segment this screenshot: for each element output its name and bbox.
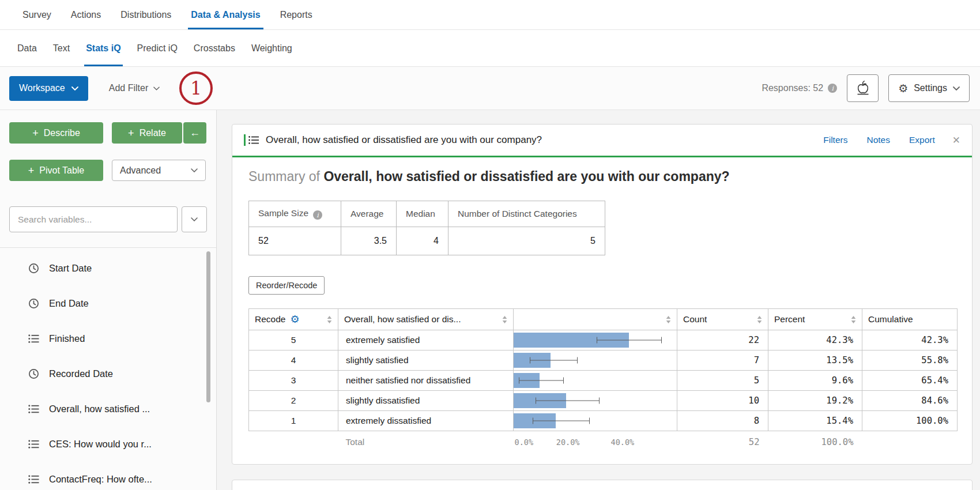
column-header-recode[interactable]: Recode ⚙ — [249, 309, 338, 330]
column-header-question[interactable]: Overall, how satisfied or dis... — [338, 309, 514, 330]
sidebar-scrollbar[interactable] — [206, 251, 210, 402]
total-percent: 100.0% — [768, 431, 862, 454]
responses-count: Responses: 52 i — [762, 83, 837, 93]
top-nav-item-data-analysis[interactable]: Data & Analysis — [181, 0, 270, 29]
variable-item-end-date[interactable]: End Date — [9, 286, 207, 321]
workspace-button[interactable]: Workspace — [9, 76, 88, 101]
variable-label: Recorded Date — [49, 368, 113, 379]
pivot-table-button-label: Pivot Table — [39, 165, 84, 176]
column-header-percent[interactable]: Percent — [768, 309, 862, 330]
top-nav-item-actions[interactable]: Actions — [61, 0, 111, 29]
plus-icon: + — [128, 128, 134, 138]
sub-nav-item-predict-iq[interactable]: Predict iQ — [129, 30, 186, 66]
info-icon[interactable]: i — [313, 210, 322, 220]
summary-stats-table: Sample Sizei Average Median Number of Di… — [248, 201, 605, 255]
frequency-table-row: 2 slightly dissatisfied 10 19.2% 84.6% — [249, 391, 958, 411]
variable-label: Overall, how satisfied ... — [49, 404, 150, 414]
frequency-table-row: 4 slightly satisfied 7 13.5% 55.8% — [249, 350, 958, 371]
bar-chart-cell — [514, 330, 677, 350]
clock-icon — [28, 368, 39, 379]
summary-header-distinct-categories: Number of Distinct Categories — [448, 201, 605, 227]
sort-icon — [757, 316, 762, 323]
cumulative-value: 42.3% — [862, 330, 958, 350]
variable-item-start-date[interactable]: Start Date — [9, 251, 207, 286]
count-value: 8 — [677, 411, 768, 431]
responses-label: Responses: 52 — [762, 83, 823, 93]
recode-value: 5 — [249, 330, 338, 350]
settings-button[interactable]: ⚙ Settings — [888, 74, 970, 102]
category-label: extremely dissatisfied — [338, 411, 514, 431]
card-header: Overall, how satisfied or dissatisfied a… — [232, 125, 972, 157]
top-nav-item-reports[interactable]: Reports — [270, 0, 322, 29]
total-row-spacer — [249, 431, 338, 454]
cumulative-value: 55.8% — [862, 350, 958, 371]
pivot-table-button[interactable]: + Pivot Table — [9, 160, 103, 181]
sub-nav-item-data[interactable]: Data — [9, 30, 45, 66]
collapse-sidebar-button[interactable]: ← — [183, 122, 206, 144]
training-resources-button[interactable] — [847, 74, 879, 102]
sub-nav-item-crosstabs[interactable]: Crosstabs — [186, 30, 243, 66]
content-area: + Describe + Relate ← + Pivot Table Adva… — [0, 110, 980, 490]
variable-item-overall-how-satisfied[interactable]: Overall, how satisfied ... — [9, 391, 207, 427]
gear-icon: ⚙ — [898, 83, 908, 94]
variable-label: ContactFreq: How ofte... — [49, 474, 152, 485]
describe-button[interactable]: + Describe — [9, 122, 103, 144]
card-link-filters[interactable]: Filters — [823, 135, 847, 145]
summary-value-sample-size: 52 — [249, 227, 341, 255]
summary-value-distinct-categories: 5 — [448, 227, 605, 255]
recode-settings-gear-icon[interactable]: ⚙ — [290, 314, 299, 325]
summary-heading: Summary of Overall, how satisfied or dis… — [248, 169, 956, 184]
reorder-recode-button[interactable]: Reorder/Recode — [248, 276, 325, 295]
sub-nav-item-weighting[interactable]: Weighting — [243, 30, 300, 66]
percent-axis: 0.0% 20.0% 40.0% — [514, 431, 677, 454]
cumulative-value: 100.0% — [862, 411, 958, 431]
percent-value: 9.6% — [768, 371, 862, 391]
top-nav-item-distributions[interactable]: Distributions — [111, 0, 181, 29]
summary-value-average: 3.5 — [341, 227, 397, 255]
total-cumulative-empty — [862, 431, 958, 454]
frequency-table-row: 3 neither satisfied nor dissatisfied 5 9… — [249, 371, 958, 391]
relate-button[interactable]: + Relate — [112, 122, 182, 144]
chevron-down-icon — [71, 86, 78, 91]
column-header-cumulative[interactable]: Cumulative — [862, 309, 958, 330]
variable-item-finished[interactable]: Finished — [9, 321, 207, 356]
arrow-left-icon: ← — [190, 127, 200, 139]
sub-nav-item-stats-iq[interactable]: Stats iQ — [78, 30, 129, 66]
bar-chart-cell — [514, 411, 677, 431]
data-analysis-sub-nav: Data Text Stats iQ Predict iQ Crosstabs … — [0, 30, 980, 67]
variable-label: Finished — [49, 333, 85, 344]
advanced-dropdown-label: Advanced — [120, 165, 161, 176]
toolbar-right-group: Responses: 52 i ⚙ Settings — [762, 74, 970, 102]
variable-item-ces-how-would-you-r[interactable]: CES: How would you r... — [9, 427, 207, 462]
add-filter-button[interactable]: Add Filter — [109, 83, 160, 93]
variable-item-recorded-date[interactable]: Recorded Date — [9, 356, 207, 391]
bar-chart-cell — [514, 391, 677, 411]
chevron-down-icon — [191, 168, 198, 172]
percent-value: 13.5% — [768, 350, 862, 371]
total-row: Total 0.0% 20.0% 40.0% 52 100.0% — [249, 431, 958, 454]
variable-label: CES: How would you r... — [49, 439, 152, 450]
bar-chart-cell — [514, 371, 677, 391]
advanced-dropdown[interactable]: Advanced — [112, 160, 206, 181]
column-header-count[interactable]: Count — [677, 309, 768, 330]
next-analysis-card — [232, 480, 973, 490]
info-icon[interactable]: i — [828, 84, 837, 93]
sub-nav-item-text[interactable]: Text — [45, 30, 78, 66]
close-icon[interactable]: ✕ — [952, 134, 960, 146]
bar-chart-cell — [514, 350, 677, 371]
card-link-notes[interactable]: Notes — [866, 135, 890, 145]
error-bar — [519, 378, 564, 384]
category-label: neither satisfied nor dissatisfied — [338, 371, 514, 391]
recode-value: 2 — [249, 391, 338, 411]
top-nav-item-survey[interactable]: Survey — [13, 0, 61, 29]
column-header-bar-chart[interactable] — [514, 309, 677, 330]
search-variables-input[interactable] — [9, 206, 178, 232]
list-icon — [28, 404, 39, 414]
frequency-table-row: 5 extremely satisfied 22 42.3% 42.3% — [249, 330, 958, 350]
variable-item-contactfreq-how-ofte[interactable]: ContactFreq: How ofte... — [9, 462, 207, 490]
total-label: Total — [338, 431, 514, 454]
search-options-dropdown[interactable] — [182, 206, 207, 232]
summary-header-average: Average — [341, 201, 397, 227]
card-links: Filters Notes Export — [823, 135, 935, 145]
card-link-export[interactable]: Export — [909, 135, 935, 145]
